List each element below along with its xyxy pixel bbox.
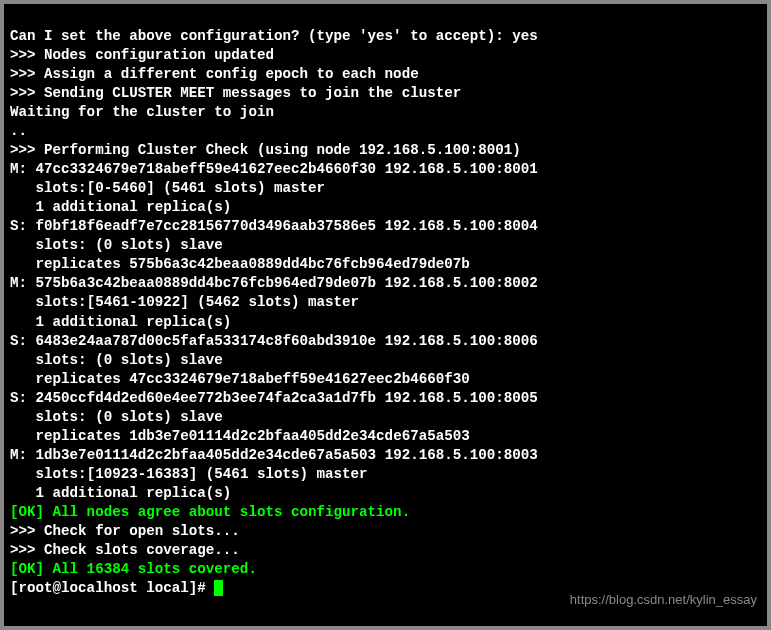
dots-line: ..	[10, 123, 27, 139]
node-block: M: 1db3e7e01114d2c2bfaa405dd2e34cde67a5a…	[10, 447, 538, 501]
watermark: https://blog.csdn.net/kylin_essay	[570, 591, 757, 608]
check-slots-coverage: >>> Check slots coverage...	[10, 542, 240, 558]
node-block: M: 575b6a3c42beaa0889dd4bc76fcb964ed79de…	[10, 275, 538, 329]
node-block: S: 2450ccfd4d2ed60e4ee772b3ee74fa2ca3a1d…	[10, 390, 538, 444]
node-block: M: 47cc3324679e718abeff59e41627eec2b4660…	[10, 161, 538, 215]
header-cluster-check: >>> Performing Cluster Check (using node…	[10, 142, 521, 158]
waiting-line: Waiting for the cluster to join	[10, 104, 274, 120]
node-block: S: f0bf18f6eadf7e7cc28156770d3496aab3758…	[10, 218, 538, 272]
header-assign-epoch: >>> Assign a different config epoch to e…	[10, 66, 419, 82]
ok-slots-agree: [OK] All nodes agree about slots configu…	[10, 504, 410, 520]
config-prompt-question: Can I set the above configuration? (type…	[10, 28, 512, 44]
header-nodes-updated: >>> Nodes configuration updated	[10, 47, 274, 63]
terminal[interactable]: Can I set the above configuration? (type…	[4, 4, 767, 626]
config-prompt-answer: yes	[512, 28, 538, 44]
shell-prompt: [root@localhost local]#	[10, 580, 214, 596]
ok-slots-covered: [OK] All 16384 slots covered.	[10, 561, 257, 577]
node-block: S: 6483e24aa787d00c5fafa533174c8f60abd39…	[10, 333, 538, 387]
cursor-icon	[214, 580, 223, 596]
check-open-slots: >>> Check for open slots...	[10, 523, 240, 539]
header-sending-meet: >>> Sending CLUSTER MEET messages to joi…	[10, 85, 461, 101]
